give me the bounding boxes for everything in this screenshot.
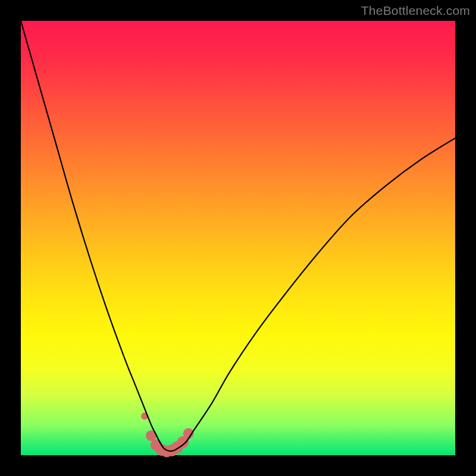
bottleneck-curve bbox=[21, 21, 455, 451]
chart-frame: TheBottleneck.com bbox=[0, 0, 476, 476]
plot-area bbox=[21, 21, 455, 455]
chart-svg bbox=[21, 21, 455, 455]
watermark-text: TheBottleneck.com bbox=[361, 4, 470, 18]
